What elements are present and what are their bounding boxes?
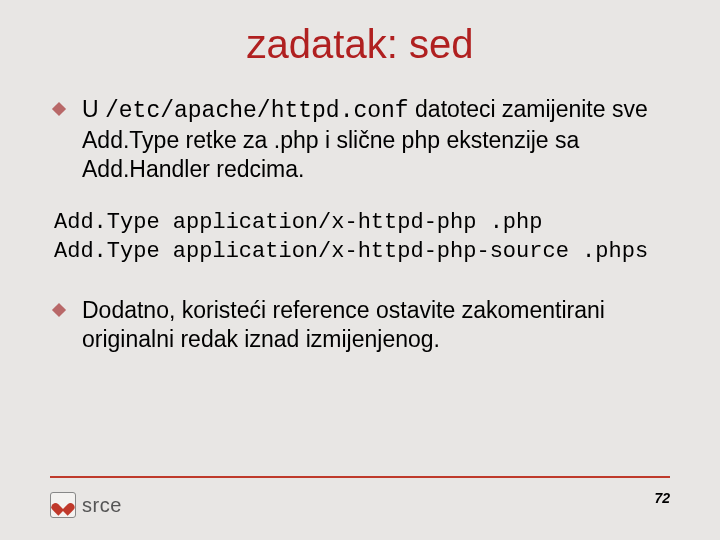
page-number: 72 xyxy=(654,490,670,506)
bullet-text-pre: Dodatno, koristeći reference ostavite za… xyxy=(82,297,605,352)
code-line: Add.Type application/x-httpd-php .php xyxy=(54,210,542,235)
code-block: Add.Type application/x-httpd-php .php Ad… xyxy=(54,209,670,266)
brand-logo: srce xyxy=(50,492,122,518)
bullet-icon xyxy=(52,102,66,116)
slide-title: zadatak: sed xyxy=(50,22,670,67)
heart-icon xyxy=(50,492,76,518)
bullet-item: Dodatno, koristeći reference ostavite za… xyxy=(50,296,670,354)
bullet-text: Dodatno, koristeći reference ostavite za… xyxy=(82,296,666,354)
slide: zadatak: sed U /etc/apache/httpd.conf da… xyxy=(0,0,720,540)
bullet-text: U /etc/apache/httpd.conf datoteci zamije… xyxy=(82,95,666,183)
bullet-item: U /etc/apache/httpd.conf datoteci zamije… xyxy=(50,95,670,183)
brand-name: srce xyxy=(82,494,122,517)
bullet-text-pre: U xyxy=(82,96,105,122)
code-line: Add.Type application/x-httpd-php-source … xyxy=(54,239,648,264)
bullet-code: /etc/apache/httpd.conf xyxy=(105,98,409,124)
footer-divider xyxy=(50,476,670,478)
bullet-icon xyxy=(52,303,66,317)
